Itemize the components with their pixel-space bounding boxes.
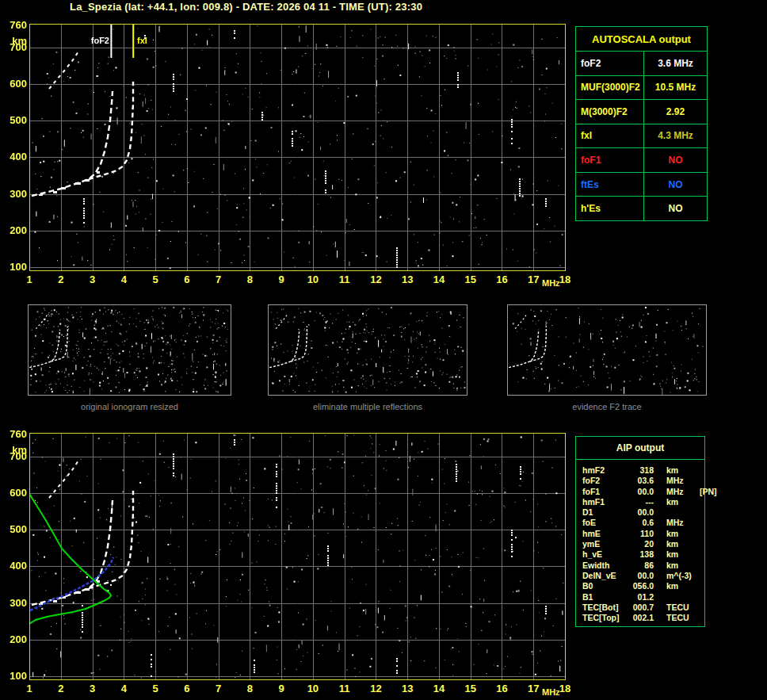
aip-name: h_vE [582, 549, 624, 560]
autoscala-row: foF1NO [576, 147, 707, 172]
x-tick-label: 11 [336, 683, 353, 694]
x-tick-label: 6 [178, 683, 196, 694]
x-tick-label: 4 [115, 273, 132, 285]
x-tick-label: 14 [430, 273, 448, 285]
x-tick-label: 10 [304, 683, 322, 694]
aip-extra [698, 476, 700, 486]
aip-name: ymE [582, 539, 624, 549]
y-tick-label: 200 [2, 224, 27, 236]
aip-extra [698, 507, 700, 518]
aip-extra [698, 602, 700, 613]
aip-extra: [PN] [698, 487, 717, 497]
aip-row: foE0.6MHz [582, 518, 717, 528]
x-tick-label: 7 [210, 683, 227, 694]
autoscala-row: M(3000)F22.92 [576, 99, 707, 124]
bottom-ionogram-canvas [29, 433, 566, 680]
y-tick-label: 760 [2, 19, 27, 31]
autoscala-row-value: NO [644, 173, 707, 197]
x-tick-label: 10 [304, 273, 322, 285]
panel-caption-evidence: evidence F2 trace [507, 402, 707, 411]
aip-extra [698, 518, 700, 528]
aip-row: hmE110km [582, 529, 717, 539]
y-tick-label: 600 [2, 78, 27, 90]
y-tick-label: 500 [2, 523, 27, 535]
x-tick-label: 15 [462, 683, 479, 694]
x-tick-label: 12 [367, 273, 384, 285]
y-axis-unit: km [2, 444, 27, 456]
autoscala-table-header: AUTOSCALA output [576, 27, 707, 51]
aip-value: 03.6 [624, 476, 654, 486]
autoscala-row-value: 10.5 MHz [644, 76, 707, 100]
aip-extra [698, 539, 700, 549]
aip-extra [698, 549, 700, 560]
x-tick-label: 13 [399, 683, 416, 694]
y-tick-label: 400 [2, 151, 27, 163]
aip-value: 002.1 [624, 613, 654, 623]
aip-name: foF1 [582, 487, 624, 497]
x-tick-label: 17 [525, 683, 542, 694]
fxi-marker-label: fxI [137, 36, 147, 45]
x-tick-label: 5 [147, 273, 164, 285]
aip-value: 110 [624, 529, 654, 539]
aip-unit: km [654, 581, 698, 591]
x-tick-label: 3 [84, 683, 101, 694]
aip-extra [698, 592, 700, 602]
aip-name: TEC[Top] [582, 613, 624, 623]
aip-row: B101.2 [582, 592, 717, 602]
x-tick-label: 5 [147, 683, 164, 694]
y-axis-unit: km [2, 35, 27, 47]
aip-unit: MHz [654, 518, 698, 528]
y-tick-label: 100 [2, 670, 27, 682]
aip-unit: km [654, 465, 698, 476]
aip-row: hmF1---km [582, 497, 717, 507]
x-tick-label: 16 [493, 683, 510, 694]
x-tick-label: 8 [241, 683, 258, 694]
aip-unit: TECU [654, 602, 698, 613]
y-tick-label: 200 [2, 633, 27, 645]
aip-name: Ewidth [582, 560, 624, 571]
panel-evidence-canvas [508, 305, 706, 395]
aip-name: hmF2 [582, 465, 624, 476]
aip-name: foF2 [582, 476, 624, 486]
autoscala-row-label: foF2 [576, 52, 644, 75]
aip-unit: m^(-3) [654, 571, 698, 581]
x-tick-label: 11 [336, 273, 353, 285]
panel-evidence-f2 [507, 304, 707, 396]
aip-value: 00.0 [624, 487, 654, 497]
autoscala-row-value: 2.92 [644, 100, 707, 124]
aip-value: 056.0 [624, 581, 654, 591]
aip-extra [698, 571, 700, 581]
x-tick-label: 4 [115, 683, 132, 694]
aip-unit: TECU [654, 613, 698, 623]
autoscala-row-label: M(3000)F2 [576, 100, 644, 124]
aip-value: 318 [624, 465, 654, 476]
autoscala-row-value: 4.3 MHz [644, 124, 707, 148]
aip-name: hmF1 [582, 497, 624, 507]
autoscala-row-value: NO [644, 197, 707, 220]
autoscala-row: MUF(3000)F210.5 MHz [576, 75, 707, 100]
autoscala-row-label: foF1 [576, 148, 644, 172]
aip-table-body: hmF2318kmfoF203.6MHzfoF100.0MHz[PN]hmF1-… [576, 460, 704, 625]
aip-unit: MHz [654, 487, 698, 497]
aip-value: 0.6 [624, 518, 654, 528]
fof2-marker-label: foF2 [85, 36, 109, 45]
autoscala-output-table: AUTOSCALA output foF23.6 MHzMUF(3000)F21… [575, 26, 708, 221]
x-axis-unit: MHz [542, 278, 560, 288]
panel-caption-original: original ionogram resized [28, 402, 231, 411]
aip-value: 138 [624, 549, 654, 560]
y-tick-label: 100 [2, 261, 27, 273]
aip-row: hmF2318km [582, 465, 717, 476]
autoscala-row-label: fxI [576, 124, 644, 148]
x-tick-label: 15 [462, 273, 479, 285]
aip-unit: km [654, 560, 698, 571]
aip-unit [654, 507, 698, 518]
y-tick-label: 600 [2, 487, 27, 499]
y-tick-label: 400 [2, 560, 27, 572]
aip-output-table: AIP output hmF2318kmfoF203.6MHzfoF100.0M… [575, 436, 705, 627]
aip-unit: km [654, 497, 698, 507]
panel-caption-eliminate: eliminate multiple reflections [268, 402, 467, 411]
aip-unit: km [654, 549, 698, 560]
aip-row: B0056.0km [582, 581, 717, 591]
autoscala-row-label: ftEs [576, 173, 644, 197]
panel-eliminate-canvas [269, 305, 467, 395]
